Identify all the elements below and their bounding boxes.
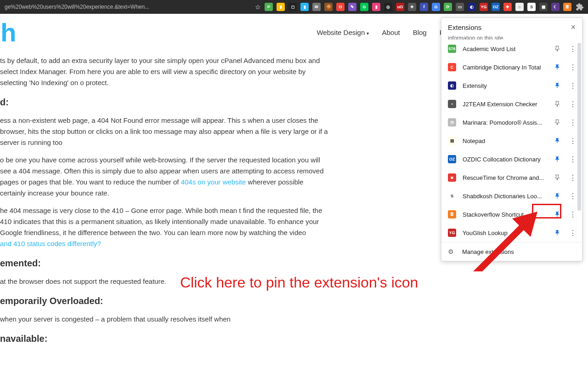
- article-heading: d:: [0, 95, 331, 109]
- more-options-icon[interactable]: ⋮: [568, 63, 577, 72]
- nav-website-design[interactable]: Website Design ▾: [317, 29, 369, 36]
- annotation-arrow-icon: [469, 212, 537, 276]
- more-options-icon[interactable]: ⋮: [568, 191, 577, 201]
- pin-icon[interactable]: [553, 44, 562, 53]
- pin-icon[interactable]: [553, 81, 562, 90]
- logo-fragment: sh: [0, 17, 16, 47]
- article-heading: navailable:: [0, 331, 331, 346]
- toolbar-ext-icon[interactable]: ▮: [372, 3, 380, 11]
- nav-blog[interactable]: Blog: [413, 29, 427, 36]
- pin-icon[interactable]: [553, 136, 562, 145]
- more-options-icon[interactable]: ⋮: [568, 118, 577, 127]
- pin-icon[interactable]: [553, 118, 562, 127]
- extension-icon: ▤: [448, 137, 456, 145]
- pin-icon[interactable]: [553, 99, 562, 109]
- popup-scroll-thumb[interactable]: [577, 43, 581, 211]
- article-heading: emporarily Overloaded:: [0, 293, 331, 308]
- toolbar-ext-icon[interactable]: ▮: [277, 3, 285, 11]
- extensions-info-clipped: information on this site.: [441, 35, 582, 40]
- bookmark-star-icon[interactable]: ☆: [251, 3, 265, 11]
- more-options-icon[interactable]: ⋮: [568, 210, 577, 219]
- more-options-icon[interactable]: ⋮: [568, 99, 577, 109]
- article-paragraph: ts by default, to add an extra security …: [0, 55, 331, 88]
- toolbar-ext-icon[interactable]: ⟳: [444, 3, 452, 11]
- svg-marker-0: [473, 212, 537, 271]
- toolbar-ext-icon[interactable]: ☾: [551, 3, 560, 11]
- extension-row: CCambridge Dictionary In Total⋮: [441, 58, 582, 76]
- pin-icon[interactable]: [553, 63, 562, 72]
- toolbar-ext-icon[interactable]: G: [360, 3, 368, 11]
- extension-row: ▤Notepad⋮: [441, 132, 582, 150]
- toolbar-ext-icon[interactable]: f: [420, 3, 428, 11]
- toolbar-ext-icon[interactable]: ○: [515, 3, 524, 11]
- more-options-icon[interactable]: ⋮: [568, 136, 577, 145]
- extension-name[interactable]: Academic Word List: [463, 46, 546, 52]
- popup-scrollbar[interactable]: [577, 43, 582, 242]
- link-404s[interactable]: 404s on your website: [181, 178, 246, 186]
- extension-name[interactable]: OZDIC Collocation Dictionary: [463, 156, 546, 163]
- more-options-icon[interactable]: ⋮: [568, 228, 577, 237]
- toolbar-ext-icon[interactable]: O: [336, 3, 345, 11]
- toolbar-ext-icon[interactable]: ▦: [539, 3, 548, 11]
- extension-row: ◔Marinara: Pomodoro® Assis...⋮: [441, 113, 582, 132]
- more-options-icon[interactable]: ⋮: [568, 155, 577, 164]
- toolbar-ext-icon[interactable]: ✉: [312, 3, 321, 11]
- toolbar-ext-icon[interactable]: S: [527, 3, 536, 11]
- link-410[interactable]: and 410 status codes differently?: [0, 240, 101, 247]
- toolbar-ext-icon[interactable]: OZ: [492, 3, 500, 11]
- pin-icon[interactable]: [553, 155, 562, 164]
- article-paragraph: ess a non-existent web page, a 404 Not F…: [0, 115, 331, 148]
- extension-icon: ▪: [448, 100, 456, 108]
- toolbar-ext-icon[interactable]: ▭: [456, 3, 464, 11]
- extension-row: SShabdkosh Dictionaries Loo...⋮: [441, 187, 582, 205]
- toolbar-ext-icon[interactable]: ✚: [503, 3, 512, 11]
- extension-name[interactable]: Shabdkosh Dictionaries Loo...: [463, 193, 546, 200]
- extension-name[interactable]: Notepad: [463, 138, 546, 144]
- toolbar-ext-icon[interactable]: P: [265, 3, 273, 11]
- extension-row: 576Academic Word List⋮: [441, 40, 582, 58]
- url-fragment: ge%20web%20users%20will%20experience.&te…: [2, 4, 251, 10]
- extension-icon: S: [448, 192, 456, 200]
- toolbar-ext-icon[interactable]: YG: [480, 3, 488, 11]
- pin-icon[interactable]: [553, 173, 562, 182]
- annotation-caption: Click here to pin the extension's icon: [180, 274, 418, 291]
- toolbar-ext-icon[interactable]: ▮: [300, 3, 309, 11]
- toolbar-extension-icons: P▮◻▮✉🍪O✎G▮◎uO✳fG⟳▭◐YGOZ✚○S▦☾≣: [265, 3, 573, 11]
- toolbar-ext-icon[interactable]: ◐: [468, 3, 476, 11]
- extension-icon: C: [448, 63, 456, 71]
- toolbar-ext-icon[interactable]: uO: [396, 3, 404, 11]
- browser-chrome-bar: ge%20web%20users%20will%20experience.&te…: [0, 0, 588, 14]
- extension-icon: ◐: [448, 81, 456, 90]
- nav-about[interactable]: About: [382, 29, 400, 36]
- toolbar-ext-icon[interactable]: ≣: [563, 3, 571, 11]
- extensions-popup-header: Extensions ×: [441, 18, 582, 35]
- pin-icon[interactable]: [553, 191, 562, 201]
- toolbar-ext-icon[interactable]: 🍪: [324, 3, 333, 11]
- close-icon[interactable]: ×: [571, 23, 576, 32]
- toolbar-ext-icon[interactable]: ◎: [384, 3, 392, 11]
- extension-row: ◙RescueTime for Chrome and...⋮: [441, 168, 582, 187]
- extension-icon: OZ: [448, 155, 456, 163]
- article-paragraph: when your server is congested – a proble…: [0, 314, 331, 325]
- extension-icon: ◔: [448, 118, 456, 126]
- extension-name[interactable]: Marinara: Pomodoro® Assis...: [463, 119, 546, 126]
- more-options-icon[interactable]: ⋮: [568, 44, 577, 53]
- extension-name[interactable]: RescueTime for Chrome and...: [463, 174, 546, 181]
- extensions-popup-title: Extensions: [448, 23, 481, 31]
- more-options-icon[interactable]: ⋮: [568, 81, 577, 90]
- toolbar-ext-icon[interactable]: ✳: [408, 3, 416, 11]
- extension-name[interactable]: Cambridge Dictionary In Total: [463, 64, 546, 71]
- extension-icon: ◙: [448, 173, 456, 182]
- toolbar-ext-icon[interactable]: ◻: [288, 3, 297, 11]
- extension-icon: YG: [448, 229, 456, 237]
- pin-icon[interactable]: [553, 228, 562, 237]
- gear-icon: ⚙: [448, 248, 454, 255]
- extension-name[interactable]: Extensity: [463, 82, 546, 89]
- toolbar-ext-icon[interactable]: ✎: [348, 3, 356, 11]
- extensions-puzzle-button[interactable]: [573, 0, 586, 13]
- article-paragraph: he 404 message is very close to the 410 …: [0, 205, 331, 249]
- more-options-icon[interactable]: ⋮: [568, 173, 577, 182]
- extension-name[interactable]: J2TEAM Extension Checker: [463, 101, 546, 108]
- article-heading: emented:: [0, 256, 331, 270]
- toolbar-ext-icon[interactable]: G: [432, 3, 440, 11]
